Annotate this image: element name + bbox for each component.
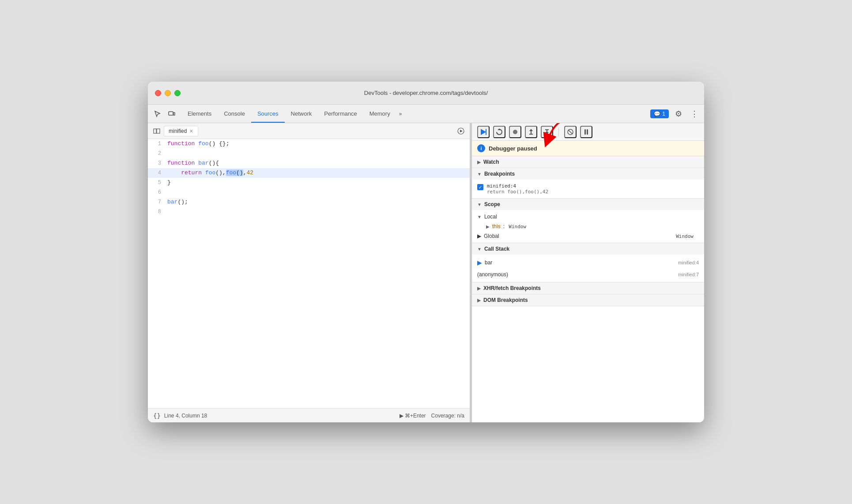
run-snippet-button[interactable] — [456, 126, 466, 136]
devtools-window: DevTools - developer.chrome.com/tags/dev… — [148, 82, 704, 422]
tab-console[interactable]: Console — [218, 105, 251, 123]
line-number-1: 1 — [148, 139, 166, 149]
step-into-button[interactable] — [541, 126, 553, 138]
window-title: DevTools - developer.chrome.com/tags/dev… — [364, 90, 488, 96]
scope-global-row[interactable]: ▶ Global Window — [472, 231, 704, 241]
xhr-breakpoints-section: ▶ XHR/fetch Breakpoints — [472, 282, 704, 294]
breakpoints-header[interactable]: ▼ Breakpoints — [472, 168, 704, 180]
dom-label: DOM Breakpoints — [483, 297, 528, 303]
dom-breakpoints-section: ▶ DOM Breakpoints — [472, 294, 704, 306]
code-editor[interactable]: 1 function foo() {}; 2 3 function bar(){ — [148, 139, 470, 408]
run-button-status[interactable]: ▶ ⌘+Enter — [400, 413, 426, 419]
line-number-8: 8 — [148, 207, 166, 217]
status-bar-right: ▶ ⌘+Enter Coverage: n/a — [400, 413, 464, 419]
svg-marker-7 — [481, 129, 486, 135]
watch-section: ▶ Watch — [472, 156, 704, 168]
line-content-4: return foo(),foo(),42 — [166, 168, 253, 178]
format-button[interactable]: {} — [153, 412, 161, 419]
issues-count: 1 — [662, 111, 665, 117]
watch-header[interactable]: ▶ Watch — [472, 156, 704, 168]
resume-button[interactable] — [477, 126, 490, 138]
debugger-paused-text: Debugger paused — [489, 145, 537, 152]
step-button[interactable] — [509, 126, 521, 138]
settings-button[interactable]: ⚙ — [672, 108, 685, 120]
main-tabs: Elements Console Sources Network Perform… — [181, 105, 650, 123]
inspect-icon[interactable] — [151, 108, 164, 120]
device-toggle-icon[interactable] — [166, 108, 178, 120]
call-stack-label: Call Stack — [484, 246, 509, 252]
maximize-button[interactable] — [174, 90, 181, 96]
call-stack-header[interactable]: ▼ Call Stack — [472, 243, 704, 255]
right-panel-scroll[interactable]: i Debugger paused ▶ Watch ▼ — [472, 141, 704, 422]
code-line-2: 2 — [148, 149, 470, 158]
line-number-3: 3 — [148, 158, 166, 168]
status-bar: {} Line 4, Column 18 ▶ ⌘+Enter Coverage:… — [148, 408, 470, 422]
deactivate-breakpoints-button[interactable] — [564, 126, 577, 138]
scope-this-arrow-icon: ▶ — [486, 224, 490, 229]
line-content-7: bar(); — [166, 197, 188, 207]
scope-global-arrow-icon: ▶ — [477, 233, 481, 239]
run-coverage-area: ▶ ⌘+Enter Coverage: n/a — [400, 413, 464, 419]
breakpoint-checkbox[interactable]: ✓ — [477, 184, 483, 190]
close-button[interactable] — [155, 90, 161, 96]
call-stack-item-0[interactable]: ▶ bar minified:4 — [472, 256, 704, 269]
debugger-panel: i Debugger paused ▶ Watch ▼ — [472, 123, 704, 422]
dom-arrow-icon: ▶ — [477, 298, 481, 303]
line-content-3: function bar(){ — [166, 158, 219, 168]
more-menu-button[interactable]: ⋮ — [688, 108, 701, 120]
tab-memory[interactable]: Memory — [363, 105, 396, 123]
tab-elements[interactable]: Elements — [181, 105, 218, 123]
coverage-status: Coverage: n/a — [431, 413, 464, 419]
tab-bar-right: 💬 1 ⚙ ⋮ — [650, 108, 701, 120]
svg-line-19 — [568, 130, 573, 134]
main-area: minified × — [148, 123, 704, 422]
scope-this-item[interactable]: ▶ this : Window — [472, 222, 704, 231]
svg-marker-13 — [529, 129, 533, 131]
dom-breakpoints-header[interactable]: ▶ DOM Breakpoints — [472, 294, 704, 306]
tab-sources[interactable]: Sources — [251, 105, 285, 123]
editor-toolbar-right — [456, 126, 466, 136]
settings-icon: ⚙ — [675, 109, 682, 119]
xhr-label: XHR/fetch Breakpoints — [483, 285, 541, 291]
call-stack-item-1[interactable]: (anonymous) minified:7 — [472, 269, 704, 280]
tab-network[interactable]: Network — [285, 105, 318, 123]
line-number-5: 5 — [148, 178, 166, 188]
breakpoints-section: ▼ Breakpoints ✓ minified:4 return foo(),… — [472, 168, 704, 199]
file-tab-minified[interactable]: minified × — [164, 126, 198, 136]
file-tab-close-button[interactable]: × — [189, 128, 193, 134]
call-stack-name-1: (anonymous) — [477, 271, 508, 278]
more-tabs-button[interactable]: » — [396, 109, 405, 119]
code-lines: 1 function foo() {}; 2 3 function bar(){ — [148, 139, 470, 217]
xhr-arrow-icon: ▶ — [477, 286, 481, 291]
breakpoints-content: ✓ minified:4 return foo(),foo(),42 — [472, 180, 704, 198]
cursor-position: Line 4, Column 18 — [164, 413, 207, 419]
svg-rect-20 — [584, 129, 586, 135]
tab-performance[interactable]: Performance — [318, 105, 363, 123]
line-number-7: 7 — [148, 197, 166, 207]
scope-local-arrow-icon: ▼ — [477, 214, 482, 219]
scope-this-key: this — [492, 223, 501, 229]
scope-label: Scope — [484, 201, 500, 207]
watch-arrow-icon: ▶ — [477, 160, 481, 165]
svg-rect-21 — [587, 129, 588, 135]
call-stack-section: ▼ Call Stack ▶ bar minified:4 — [472, 243, 704, 282]
watch-label: Watch — [483, 159, 499, 165]
step-over-button[interactable] — [493, 126, 505, 138]
devtools-container: Elements Console Sources Network Perform… — [148, 105, 704, 422]
xhr-breakpoints-header[interactable]: ▶ XHR/fetch Breakpoints — [472, 282, 704, 294]
issues-badge-button[interactable]: 💬 1 — [650, 109, 669, 118]
line-content-6 — [166, 188, 171, 197]
call-stack-fn-0: bar — [485, 260, 492, 266]
minimize-button[interactable] — [165, 90, 171, 96]
step-out-button[interactable] — [525, 126, 537, 138]
scope-header[interactable]: ▼ Scope — [472, 199, 704, 210]
svg-marker-5 — [460, 130, 463, 132]
scope-local-header[interactable]: ▼ Local — [472, 212, 704, 222]
expand-sidebar-button[interactable] — [151, 126, 162, 136]
breakpoints-arrow-icon: ▼ — [477, 172, 482, 177]
svg-rect-1 — [173, 113, 175, 115]
call-stack-loc-1: minified:7 — [678, 272, 699, 277]
traffic-lights — [155, 90, 181, 96]
pause-on-exceptions-button[interactable] — [580, 126, 592, 138]
scope-section: ▼ Scope ▼ Local ▶ this — [472, 199, 704, 243]
